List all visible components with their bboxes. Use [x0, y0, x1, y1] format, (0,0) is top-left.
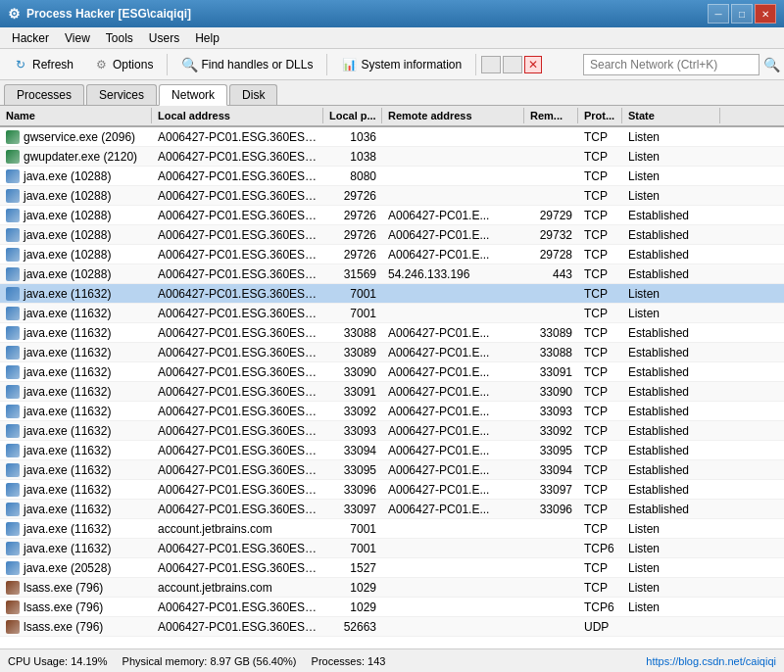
- col-header-local-port[interactable]: Local p...: [323, 108, 382, 123]
- cell-local-port: 7001: [323, 306, 382, 321]
- cell-local-port: 33093: [323, 423, 382, 439]
- toolbar-separator-2: [326, 54, 327, 75]
- col-header-name[interactable]: Name: [0, 108, 152, 123]
- maximize-button[interactable]: □: [731, 4, 753, 24]
- minimize-button[interactable]: ─: [708, 4, 729, 24]
- table-row[interactable]: java.exe (11632) A006427-PC01.ESG.360ES.…: [0, 304, 784, 323]
- col-header-remote-address[interactable]: Remote address: [382, 108, 524, 123]
- cell-local-address: account.jetbrains.com: [152, 580, 323, 596]
- table-row[interactable]: java.exe (11632) A006427-PC01.ESG.360ES.…: [0, 460, 784, 480]
- cell-remote-port: [524, 587, 578, 589]
- cell-protocol: TCP: [578, 325, 622, 341]
- cell-name: java.exe (11632): [0, 384, 152, 400]
- cell-remote-address: A006427-PC01.E...: [382, 364, 524, 380]
- table-row[interactable]: java.exe (11632) A006427-PC01.ESG.360ES.…: [0, 539, 784, 558]
- cell-local-port: 7001: [323, 541, 382, 556]
- table-row[interactable]: java.exe (11632) A006427-PC01.ESG.360ES.…: [0, 500, 784, 519]
- table-row[interactable]: java.exe (11632) A006427-PC01.ESG.360ES.…: [0, 480, 784, 500]
- tab-services[interactable]: Services: [86, 84, 157, 105]
- menu-users[interactable]: Users: [141, 29, 187, 47]
- table-row[interactable]: java.exe (11632) A006427-PC01.ESG.360ES.…: [0, 382, 784, 402]
- cell-local-address: A006427-PC01.ESG.360ES.CN: [152, 384, 323, 400]
- tab-disk[interactable]: Disk: [229, 84, 277, 105]
- cell-remote-port: [524, 312, 578, 314]
- close-button[interactable]: ✕: [755, 4, 776, 24]
- menu-view[interactable]: View: [57, 29, 98, 47]
- search-submit-icon[interactable]: 🔍: [763, 57, 780, 72]
- table-row[interactable]: java.exe (11632) A006427-PC01.ESG.360ES.…: [0, 323, 784, 343]
- col-header-remote-port[interactable]: Rem...: [524, 108, 578, 123]
- cpu-value: 14.19%: [71, 655, 107, 667]
- title-bar-left: ⚙ Process Hacker [ESG\caiqiqi]: [8, 6, 191, 22]
- table-row[interactable]: java.exe (11632) A006427-PC01.ESG.360ES.…: [0, 402, 784, 421]
- table-row[interactable]: lsass.exe (796) A006427-PC01.ESG.360ES.C…: [0, 617, 784, 637]
- table-row[interactable]: java.exe (10288) A006427-PC01.ESG.360ES.…: [0, 186, 784, 206]
- cell-remote-port: 33088: [524, 345, 578, 360]
- cell-protocol: TCP: [578, 129, 622, 145]
- options-button[interactable]: ⚙ Options: [84, 53, 162, 76]
- table-row[interactable]: java.exe (11632) A006427-PC01.ESG.360ES.…: [0, 441, 784, 460]
- refresh-button[interactable]: ↻ Refresh: [4, 53, 82, 76]
- menu-tools[interactable]: Tools: [98, 29, 141, 47]
- cell-state: Established: [622, 247, 720, 263]
- table-row[interactable]: java.exe (10288) A006427-PC01.ESG.360ES.…: [0, 225, 784, 245]
- table-row[interactable]: java.exe (11632) A006427-PC01.ESG.360ES.…: [0, 421, 784, 441]
- table-row[interactable]: java.exe (10288) A006427-PC01.ESG.360ES.…: [0, 245, 784, 264]
- table-row[interactable]: java.exe (11632) account.jetbrains.com 7…: [0, 519, 784, 539]
- process-icon: [6, 600, 20, 614]
- cell-state: Listen: [622, 521, 720, 537]
- table-row[interactable]: java.exe (10288) A006427-PC01.ESG.360ES.…: [0, 206, 784, 225]
- table-row[interactable]: gwservice.exe (2096) A006427-PC01.ESG.36…: [0, 127, 784, 147]
- cell-local-address: A006427-PC01.ESG.360ES.CN: [152, 541, 323, 556]
- cell-local-port: 33097: [323, 502, 382, 517]
- cell-protocol: TCP: [578, 188, 622, 204]
- table-row[interactable]: java.exe (11632) A006427-PC01.ESG.360ES.…: [0, 362, 784, 382]
- cell-name: java.exe (10288): [0, 208, 152, 223]
- sysinfo-icon: 📊: [341, 57, 357, 72]
- col-header-local-address[interactable]: Local address: [152, 108, 323, 123]
- process-icon: [6, 150, 20, 164]
- process-icon: [6, 307, 20, 320]
- tab-processes[interactable]: Processes: [4, 84, 84, 105]
- table-row[interactable]: java.exe (10288) A006427-PC01.ESG.360ES.…: [0, 264, 784, 284]
- stop-button[interactable]: ✕: [524, 56, 542, 73]
- cell-remote-address: [382, 587, 524, 589]
- cell-local-port: 33096: [323, 482, 382, 498]
- table-row[interactable]: lsass.exe (796) account.jetbrains.com 10…: [0, 578, 784, 598]
- cell-name: java.exe (11632): [0, 502, 152, 517]
- cell-state: Listen: [622, 286, 720, 302]
- snap-button-1[interactable]: [481, 56, 501, 73]
- system-info-button[interactable]: 📊 System information: [332, 53, 470, 76]
- cell-local-port: 1029: [323, 580, 382, 596]
- cell-state: Listen: [622, 188, 720, 204]
- network-table: Name Local address Local p... Remote add…: [0, 106, 784, 648]
- cell-local-address: A006427-PC01.ESG.360ES.CN: [152, 364, 323, 380]
- cell-local-address: A006427-PC01.ESG.360ES.CN: [152, 482, 323, 498]
- table-row[interactable]: java.exe (11632) A006427-PC01.ESG.360ES.…: [0, 343, 784, 362]
- menu-help[interactable]: Help: [187, 29, 227, 47]
- cell-name: java.exe (11632): [0, 364, 152, 380]
- cell-local-port: 33091: [323, 384, 382, 400]
- toolbar: ↻ Refresh ⚙ Options 🔍 Find handles or DL…: [0, 49, 784, 80]
- find-handles-button[interactable]: 🔍 Find handles or DLLs: [172, 53, 321, 76]
- col-header-state[interactable]: State: [622, 108, 720, 123]
- cell-remote-address: A006427-PC01.E...: [382, 227, 524, 243]
- cell-state: Established: [622, 227, 720, 243]
- tab-network[interactable]: Network: [159, 84, 227, 106]
- cpu-label: CPU Usage:: [8, 655, 68, 667]
- table-row[interactable]: gwupdater.exe (2120) A006427-PC01.ESG.36…: [0, 147, 784, 167]
- cell-name: gwupdater.exe (2120): [0, 149, 152, 165]
- table-row[interactable]: java.exe (20528) A006427-PC01.ESG.360ES.…: [0, 558, 784, 578]
- toolbar-separator-1: [167, 54, 168, 75]
- table-row[interactable]: java.exe (10288) A006427-PC01.ESG.360ES.…: [0, 167, 784, 186]
- process-icon: [6, 561, 20, 575]
- cell-remote-port: 33094: [524, 462, 578, 478]
- col-header-protocol[interactable]: Prot...: [578, 108, 622, 123]
- menu-hacker[interactable]: Hacker: [4, 29, 57, 47]
- search-input[interactable]: [583, 54, 760, 75]
- snap-button-2[interactable]: [503, 56, 522, 73]
- cell-local-address: A006427-PC01.ESG.360ES.CN: [152, 306, 323, 321]
- table-row[interactable]: lsass.exe (796) A006427-PC01.ESG.360ES.C…: [0, 598, 784, 617]
- table-row[interactable]: java.exe (11632) A006427-PC01.ESG.360ES.…: [0, 284, 784, 304]
- process-icon: [6, 209, 20, 222]
